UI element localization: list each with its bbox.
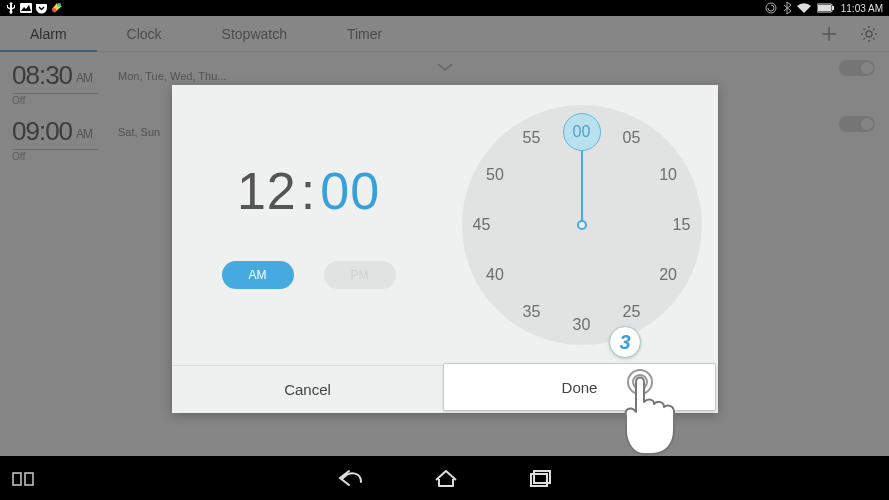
svg-rect-6 [818,5,831,11]
svg-point-2 [52,8,56,12]
time-colon: : [297,161,320,221]
drive-icon [51,2,63,14]
navigation-bar [0,456,889,500]
selected-minute-bubble[interactable]: 00 [563,113,601,151]
minute-tick[interactable]: 25 [619,303,645,321]
minute-tick[interactable]: 50 [482,166,508,184]
pm-button[interactable]: PM [324,261,396,289]
minute-tick[interactable]: 30 [569,316,595,334]
clock-face[interactable]: 00 0510152025303540455055 [462,105,702,345]
svg-rect-5 [832,6,834,10]
svg-rect-0 [20,3,32,13]
svg-rect-11 [25,473,33,485]
picker-minute[interactable]: 00 [320,161,380,221]
svg-point-1 [57,3,61,7]
minute-tick[interactable]: 15 [669,216,695,234]
recent-apps-icon[interactable] [12,470,34,486]
status-time: 11:03 AM [841,3,883,14]
digital-time-display: 12 : 00 [237,161,380,221]
battery-icon [817,3,835,13]
svg-rect-10 [13,473,21,485]
time-picker-dialog: 12 : 00 AM PM 00 0510152025303540455055 [172,85,718,413]
cancel-button[interactable]: Cancel [172,365,443,413]
pocket-icon [36,3,47,14]
done-button[interactable]: Done [443,363,716,411]
home-icon[interactable] [433,468,459,488]
image-icon [20,3,32,13]
tutorial-step-badge: 3 [609,326,641,358]
minute-tick[interactable]: 45 [469,216,495,234]
bluetooth-icon [783,2,791,14]
status-bar: 11:03 AM [0,0,889,16]
am-button[interactable]: AM [222,261,294,289]
usb-icon [6,2,16,14]
minute-tick[interactable]: 20 [655,266,681,284]
clock-center [577,220,587,230]
minute-tick[interactable]: 55 [519,129,545,147]
minute-tick[interactable]: 05 [619,129,645,147]
overview-icon[interactable] [529,469,553,487]
minute-tick[interactable]: 10 [655,166,681,184]
picker-hour[interactable]: 12 [237,161,297,221]
minute-tick[interactable]: 40 [482,266,508,284]
wifi-icon [797,3,811,13]
sync-icon [765,2,777,14]
back-icon[interactable] [337,468,363,488]
minute-tick[interactable]: 35 [519,303,545,321]
